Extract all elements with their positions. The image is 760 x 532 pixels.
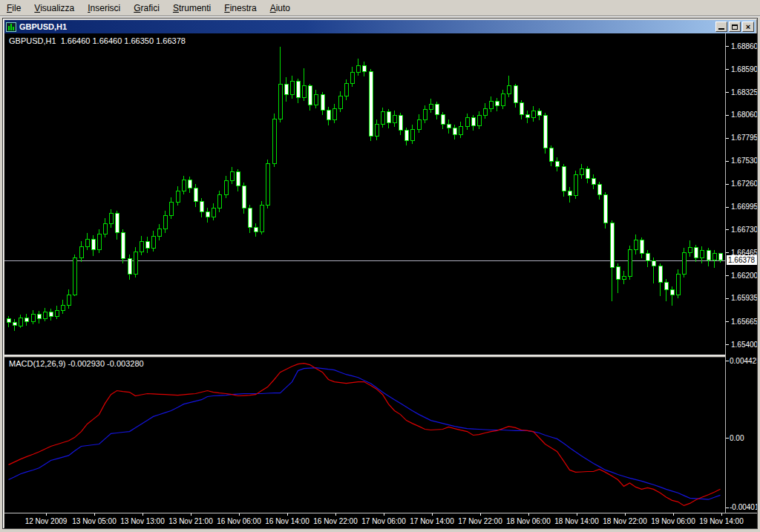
macd-indicator-chart[interactable] [4, 358, 725, 513]
bear-candle [610, 223, 614, 267]
menu-item-aiuto[interactable]: Aiuto [263, 1, 297, 16]
bear-candle [387, 112, 390, 123]
bear-candle [236, 171, 240, 186]
bear-candle [37, 315, 41, 319]
bear-candle [453, 128, 456, 134]
bull-candle [314, 95, 318, 105]
time-tick [384, 513, 384, 516]
bear-candle [664, 283, 668, 289]
bear-candle [206, 212, 209, 217]
bear-candle [254, 228, 258, 232]
bull-candle [682, 252, 686, 274]
chart-area: GBPUSD,H1 1.66460 1.66460 1.66350 1.6637… [4, 33, 757, 528]
price-tick [726, 138, 729, 139]
current-price-tag: 1.66378 [727, 255, 757, 265]
bear-candle [592, 178, 595, 184]
menu-item-inserisci[interactable]: Inserisci [81, 1, 127, 16]
restore-button[interactable] [729, 22, 741, 32]
price-tick [726, 161, 729, 162]
time-tick-label: 13 Nov 21:00 [168, 517, 213, 525]
bear-candle [495, 102, 499, 106]
bear-candle [670, 289, 674, 295]
bear-candle [13, 322, 16, 326]
bull-candle [356, 65, 360, 72]
bull-candle [344, 84, 348, 96]
time-tick-label: 19 Nov 14:00 [699, 517, 744, 525]
bear-candle [145, 241, 149, 248]
bear-candle [24, 318, 28, 322]
close-button[interactable]: × [742, 22, 754, 32]
bear-candle [296, 81, 300, 97]
time-tick-label: 16 Nov 14:00 [265, 517, 309, 525]
bull-candle [483, 108, 487, 115]
price-tick [726, 92, 729, 93]
time-tick [335, 513, 336, 516]
price-tick [726, 321, 729, 322]
menu-bar: FileVisualizzaInserisciGraficiStrumentiF… [0, 0, 760, 16]
bull-candle [103, 224, 107, 234]
minimize-button[interactable] [715, 22, 727, 32]
price-scale[interactable]: 1.688601.685901.683251.680601.677951.675… [725, 33, 757, 528]
bull-candle [393, 115, 396, 123]
price-tick [726, 69, 729, 70]
bear-candle [549, 148, 553, 161]
bear-candle [399, 115, 402, 130]
bear-candle [49, 312, 53, 316]
time-tick-label: 18 Nov 22:00 [603, 517, 647, 525]
time-tick [432, 513, 433, 516]
bear-candle [369, 71, 373, 136]
bull-candle [381, 112, 384, 124]
bear-candle [640, 240, 643, 253]
bear-candle [121, 233, 125, 259]
bull-candle [489, 102, 493, 108]
bear-candle [652, 261, 655, 266]
menu-item-visualizza[interactable]: Visualizza [27, 1, 81, 16]
bear-candle [543, 115, 547, 148]
title-bar[interactable]: GBPUSD,H1 × [4, 20, 756, 33]
bear-candle [242, 186, 246, 208]
price-tick [726, 46, 729, 47]
price-tick-label: 1.68590 [731, 65, 757, 73]
bull-candle [574, 175, 577, 196]
bull-candle [272, 119, 276, 163]
bull-candle [109, 214, 113, 224]
bull-candle [580, 169, 583, 175]
menu-item-grafici[interactable]: Grafici [127, 1, 166, 16]
time-tick [528, 513, 529, 516]
menu-item-strumenti[interactable]: Strumenti [166, 1, 217, 16]
bull-candle [477, 115, 481, 125]
menu-item-finestra[interactable]: Finestra [217, 1, 263, 16]
time-tick-label: 13 Nov 05:00 [72, 517, 117, 525]
candlestick-chart[interactable] [4, 33, 725, 355]
time-tick-label: 18 Nov 06:00 [506, 517, 551, 525]
bull-candle [266, 164, 269, 206]
bear-candle [362, 65, 366, 71]
time-tick-label: 17 Nov 06:00 [361, 517, 406, 525]
bull-candle [151, 236, 155, 248]
bull-candle [423, 109, 427, 119]
bear-candle [562, 166, 566, 191]
bear-candle [435, 104, 439, 114]
macd-tick [726, 508, 729, 508]
bear-candle [441, 114, 445, 124]
ohlc-label: GBPUSD,H1 1.66460 1.66460 1.66350 1.6637… [9, 36, 186, 45]
bear-candle [404, 130, 408, 140]
bear-candle [194, 188, 197, 202]
bull-candle [55, 310, 59, 316]
time-tick-label: 18 Nov 14:00 [554, 517, 599, 525]
bear-candle [128, 258, 131, 274]
bull-candle [375, 124, 379, 136]
close-icon: × [743, 22, 753, 32]
bear-candle [91, 240, 95, 250]
bull-candle [465, 118, 469, 127]
price-tick [726, 115, 729, 116]
bear-candle [248, 208, 252, 228]
bear-candle [707, 251, 710, 260]
bull-candle [61, 305, 65, 310]
bull-candle [459, 127, 462, 135]
time-axis[interactable]: 12 Nov 200913 Nov 05:0013 Nov 13:0013 No… [4, 513, 757, 528]
menu-item-file[interactable]: File [0, 1, 27, 16]
bull-candle [85, 240, 89, 246]
bull-candle [302, 86, 306, 97]
time-tick [287, 513, 288, 516]
